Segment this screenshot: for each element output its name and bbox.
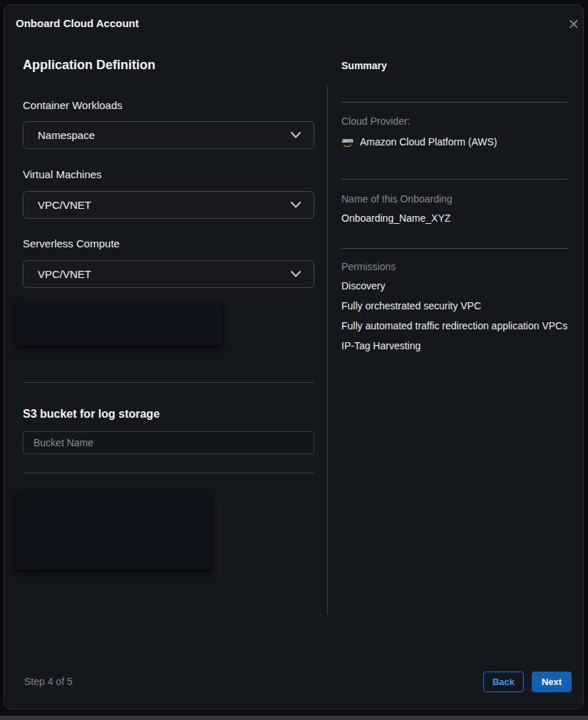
chevron-down-icon — [291, 202, 301, 208]
cloud-provider-value: Amazon Cloud Platform (AWS) — [360, 136, 497, 148]
column-divider — [327, 86, 328, 614]
background-page-edge — [0, 716, 588, 720]
empty-panel — [16, 302, 222, 345]
chevron-down-icon — [291, 271, 301, 277]
virtual-machines-label: Virtual Machines — [23, 168, 102, 180]
onboard-cloud-account-modal: Onboard Cloud Account ✕ Application Defi… — [4, 4, 584, 709]
permission-item: IP-Tag Harvesting — [341, 340, 421, 351]
bucket-name-input[interactable] — [23, 431, 314, 454]
divider — [341, 102, 569, 103]
cloud-provider-row: aws Amazon Cloud Platform (AWS) — [341, 136, 497, 148]
permission-item: Fully orchestrated security VPC — [341, 300, 481, 312]
container-workloads-label: Container Workloads — [23, 99, 123, 111]
permission-item: Fully automated traffic redirection appl… — [341, 320, 567, 331]
next-button[interactable]: Next — [532, 672, 572, 692]
divider — [23, 382, 314, 383]
aws-icon: aws — [341, 138, 354, 147]
step-indicator: Step 4 of 5 — [24, 676, 73, 687]
serverless-compute-label: Serverless Compute — [23, 237, 120, 250]
summary-heading: Summary — [341, 60, 387, 71]
application-definition-heading: Application Definition — [23, 58, 155, 73]
permission-item: Discovery — [341, 280, 385, 292]
divider — [23, 473, 314, 473]
divider — [341, 248, 569, 249]
serverless-compute-dropdown[interactable]: VPC/VNET — [23, 260, 314, 288]
virtual-machines-value: VPC/VNET — [38, 199, 91, 211]
serverless-compute-value: VPC/VNET — [38, 268, 91, 280]
s3-bucket-heading: S3 bucket for log storage — [23, 408, 160, 421]
empty-panel — [16, 492, 210, 570]
permissions-label: Permissions — [341, 261, 396, 272]
back-button[interactable]: Back — [483, 672, 524, 692]
container-workloads-value: Namespace — [38, 129, 95, 141]
modal-title: Onboard Cloud Account — [16, 17, 139, 29]
chevron-down-icon — [291, 132, 301, 138]
cloud-provider-label: Cloud Provider: — [341, 115, 411, 127]
onboarding-name-value: Onboarding_Name_XYZ — [341, 212, 450, 224]
container-workloads-dropdown[interactable]: Namespace — [23, 121, 314, 149]
onboarding-name-label: Name of this Onboarding — [341, 193, 453, 205]
virtual-machines-dropdown[interactable]: VPC/VNET — [23, 191, 314, 219]
close-icon[interactable]: ✕ — [564, 15, 583, 34]
divider — [341, 179, 569, 180]
